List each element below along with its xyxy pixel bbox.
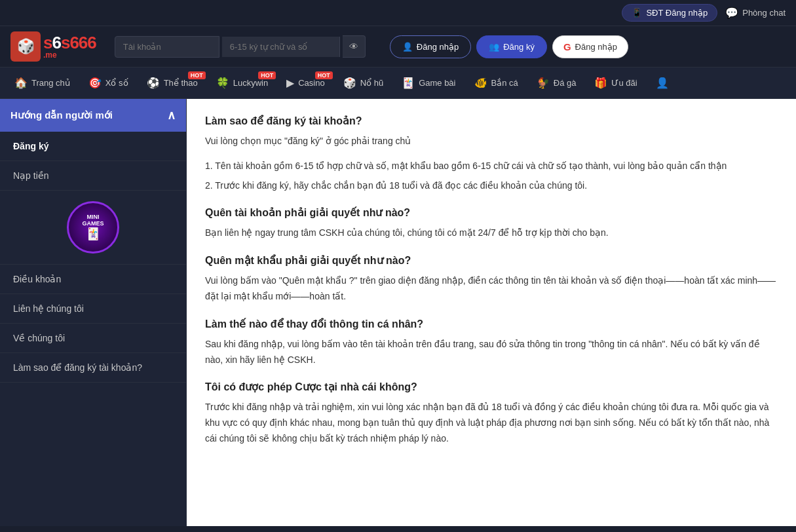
q1-p1: Vui lòng chọn mục "đăng ký" ở góc phải t… [205, 134, 778, 149]
sidebar-item-nap-tien[interactable]: Nạp tiền [0, 161, 186, 191]
banca-icon: 🐠 [474, 77, 487, 89]
logo-me: .me [43, 51, 96, 59]
luckywin-icon: 🍀 [216, 77, 229, 89]
chevron-up-icon: ∧ [167, 108, 176, 123]
sidebar-item-dieu-khoan[interactable]: Điều khoản [0, 265, 186, 294]
q3-title: Quên mật khẩu phải giải quyết như nào? [205, 254, 778, 267]
hot-badge-casino: HOT [315, 71, 333, 79]
nav-item-ban-ca[interactable]: 🐠 Bắn cá [465, 67, 527, 98]
nav-item-xo-so[interactable]: 🎯 Xổ số [79, 67, 138, 98]
phone-icon: 📱 [632, 8, 642, 18]
uudai-icon: 🎁 [594, 77, 607, 89]
nav-item-uu-dai[interactable]: 🎁 Ưu đãi [585, 67, 646, 98]
nav-item-the-thao[interactable]: ⚽ Thể thao HOT [138, 67, 207, 98]
person-icon: 👤 [656, 77, 669, 89]
password-input[interactable] [222, 37, 340, 57]
mini-games-logo: MINI GAMES 🃏 [67, 201, 119, 254]
register-button[interactable]: 👥 Đăng ký [476, 35, 547, 58]
nav-item-trang-chu[interactable]: 🏠 Trang chủ [5, 67, 79, 98]
sidebar-mini-games[interactable]: MINI GAMES 🃏 [0, 191, 186, 265]
nav-item-no-hu[interactable]: 🎲 Nổ hũ [334, 67, 392, 98]
hot-badge-luckywin: HOT [258, 71, 276, 79]
header: 🎲 s6s666 .me 👁 👤 Đăng nhập 👥 Đăng ký G Đ… [0, 26, 796, 67]
sidebar-item-dang-ky[interactable]: Đăng ký [0, 132, 186, 161]
casino-icon: ▶ [286, 77, 294, 89]
logo-text: s6s666 [43, 34, 96, 51]
login-form: 👁 [115, 35, 377, 58]
nav-item-casino[interactable]: ▶ Casino HOT [277, 67, 333, 98]
user-icon: 👤 [402, 42, 413, 52]
sidebar-item-lam-sao-dang-ky[interactable]: Làm sao để đăng ký tài khoản? [0, 353, 186, 383]
sidebar-item-ve-chung-toi[interactable]: Về chúng tôi [0, 324, 186, 353]
daga-icon: 🐓 [537, 77, 550, 89]
q1-p3: 2. Trước khi đăng ký, hãy chắc chắn bạn … [205, 178, 778, 194]
nav-item-luckywin[interactable]: 🍀 Luckywin HOT [207, 67, 277, 98]
gamebai-icon: 🃏 [402, 77, 415, 89]
hot-badge-thethao: HOT [188, 71, 206, 79]
q5-p1: Trước khi đăng nhập và trải nghiệm, xin … [205, 400, 778, 446]
google-icon: G [563, 41, 571, 52]
register-icon: 👥 [489, 42, 499, 52]
phong-chat-button[interactable]: 💬 Phòng chat [725, 7, 786, 19]
q2-title: Quên tài khoản phải giải quyết như nào? [205, 206, 778, 219]
q4-title: Làm thế nào để thay đổi thông tin cá nhâ… [205, 318, 778, 330]
auth-buttons: 👤 Đăng nhập 👥 Đăng ký G Đăng nhập [390, 35, 628, 58]
faq-content: Làm sao để đăng ký tài khoản? Vui lòng c… [187, 99, 796, 526]
top-bar: 📱 SĐT Đăng nhập 💬 Phòng chat [0, 0, 796, 26]
q3-p1: Vui lòng bấm vào "Quên mật khẩu ?" trên … [205, 273, 778, 305]
xoso-icon: 🎯 [88, 77, 102, 89]
login-button[interactable]: 👤 Đăng nhập [390, 35, 471, 58]
toggle-password-icon[interactable]: 👁 [343, 35, 366, 58]
thethao-icon: ⚽ [147, 77, 160, 89]
main-nav: 🏠 Trang chủ 🎯 Xổ số ⚽ Thể thao HOT 🍀 Luc… [0, 67, 796, 99]
nav-item-more[interactable]: 👤 [647, 67, 678, 98]
logo[interactable]: 🎲 s6s666 .me [10, 31, 96, 62]
q4-p1: Sau khi đăng nhập, vui lòng bấm vào tên … [205, 337, 778, 368]
nohu-icon: 🎲 [343, 77, 356, 89]
logo-icon: 🎲 [17, 38, 35, 55]
q5-title: Tôi có được phép Cược tại nhà cái không? [205, 381, 778, 393]
sidebar: Hướng dẫn người mới ∧ Đăng ký Nạp tiền M… [0, 99, 187, 526]
main-layout: Hướng dẫn người mới ∧ Đăng ký Nạp tiền M… [0, 99, 796, 526]
username-input[interactable] [115, 36, 219, 58]
sidebar-header[interactable]: Hướng dẫn người mới ∧ [0, 99, 186, 132]
sidebar-item-lien-he[interactable]: Liên hệ chúng tôi [0, 294, 186, 324]
nav-item-da-ga[interactable]: 🐓 Đá gà [527, 67, 586, 98]
home-icon: 🏠 [14, 77, 28, 89]
nav-item-game-bai[interactable]: 🃏 Game bài [392, 67, 464, 98]
q1-title: Làm sao để đăng ký tài khoản? [205, 115, 778, 127]
sdt-login-button[interactable]: 📱 SĐT Đăng nhập [622, 4, 717, 22]
q2-p1: Bạn liên hệ ngay trung tâm CSKH của chún… [205, 225, 778, 241]
chat-icon: 💬 [725, 7, 738, 19]
google-login-button[interactable]: G Đăng nhập [552, 35, 628, 58]
q1-p2: 1. Tên tài khoản gồm 6-15 tổ hợp chữ và … [205, 159, 778, 174]
